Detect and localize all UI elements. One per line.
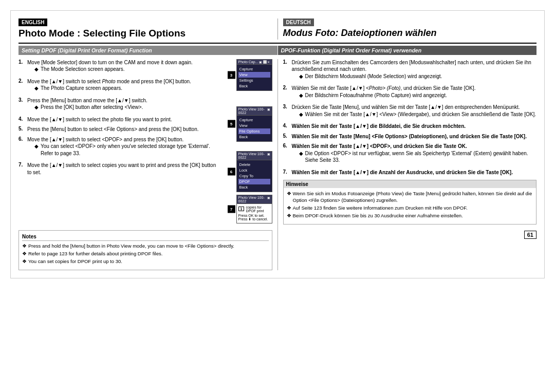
title-en: Photo Mode : Selecting File Options xyxy=(18,28,272,40)
ss5-header: Photo View 100-0022 ▣ xyxy=(237,107,272,116)
step-6-text: Move the [▲/▼] switch to select <DPOF> a… xyxy=(27,136,221,159)
notes-title: Notes xyxy=(22,234,269,241)
notes-item-1: ❖ Press and hold the [Menu] button in Ph… xyxy=(22,243,269,249)
ss7-ok-label: Press OK to set. xyxy=(238,214,270,217)
ss7-copies-label: copies for DPOF print xyxy=(246,206,270,213)
content-left: 1. Move [Mode Selector] down to turn on … xyxy=(18,59,278,270)
step-3-de: 3. Drücken Sie die Taste [Menu], und wäh… xyxy=(283,104,537,120)
ss6-item-lock: Lock xyxy=(238,167,270,173)
header-right: DEUTSCH Modus Foto: Dateioptionen wählen xyxy=(278,18,537,40)
subheader-en: Setting DPOF (Digital Print Order Format… xyxy=(18,46,278,55)
step-6-de-bullet: ◆ Die Option <DPOF> ist nur verfügbar, w… xyxy=(299,150,537,164)
step-1-bullet: ◆ The Mode Selection screen appears. xyxy=(34,66,221,73)
step-3-text: Press the [Menu] button and move the [▲/… xyxy=(27,97,221,113)
step-3-de-bullet: ◆ Wählen Sie mit der Taste [▲/▼] <View> … xyxy=(299,111,537,118)
hinweise-box: Hinweise ❖ Wenn Sie sich im Modus Fotoan… xyxy=(283,180,537,224)
step-2-de-bullet: ◆ Der Bildschirm Fotoaufnahme (Photo Cap… xyxy=(299,92,537,99)
step-7-de-text: Wählen Sie mit der Taste [▲/▼] die Anzah… xyxy=(292,169,537,176)
left-content-wrapper: 1. Move [Mode Selector] down to turn on … xyxy=(18,59,272,226)
step-7-num: 7. xyxy=(18,162,26,167)
step-7-de: 7. Wählen Sie mit der Taste [▲/▼] die An… xyxy=(283,169,537,176)
ss3-item-back: Back xyxy=(238,83,270,89)
step-6-de: 6. Wählen Sie mit der Taste [▲/▼] <DPOF>… xyxy=(283,143,537,166)
step-2-num: 2. xyxy=(18,78,26,84)
step-4-de: 4. Wählen Sie mit der Taste [▲/▼] die Bi… xyxy=(283,123,537,130)
ss5-item-view: View xyxy=(238,123,270,128)
content-row: 1. Move [Mode Selector] down to turn on … xyxy=(18,59,536,270)
notes-box: Notes ❖ Press and hold the [Menu] button… xyxy=(18,230,272,270)
step-5-de-num: 5. xyxy=(283,133,290,139)
ss5-item-capture: Capture xyxy=(238,117,270,123)
ss5-body: Capture View File Options Back xyxy=(237,116,272,141)
step-5-num: 5. xyxy=(18,126,26,132)
screenshot-5: 5 Photo View 100-0022 ▣ Capture View Fil… xyxy=(236,106,272,142)
ss7-label: 7 xyxy=(228,205,235,213)
page-num-container: 61 xyxy=(283,227,537,239)
hinweise-item-3: ❖ Beim DPOF-Druck können Sie bis zu 30 A… xyxy=(287,213,533,219)
header-left: ENGLISH Photo Mode : Selecting File Opti… xyxy=(18,18,278,40)
ss3-label: 3 xyxy=(228,71,235,79)
ss6-label: 6 xyxy=(228,167,235,175)
screenshot-3: 3 Photo Cap... ▣ ⬜ ✕ Capture View Settin… xyxy=(236,59,272,91)
step-2-text: Move the [▲/▼] switch to select Photo mo… xyxy=(27,78,221,94)
hinweise-item-1: ❖ Wenn Sie sich im Modus Fotoanzeige (Ph… xyxy=(287,191,533,203)
title-de: Modus Foto: Dateioptionen wählen xyxy=(283,28,537,39)
ss6-header: Photo View 100-0022 ▣ xyxy=(237,152,272,160)
step-2-en: 2. Move the [▲/▼] switch to select Photo… xyxy=(18,78,221,94)
ss6-item-copyto: Copy To xyxy=(238,173,270,179)
step-4-en: 4. Move the [▲/▼] switch to select the p… xyxy=(18,116,221,123)
step-5-text: Press the [Menu] button to select <File … xyxy=(27,126,221,133)
step-1-de-text: Drücken Sie zum Einschalten des Camcorde… xyxy=(292,59,537,82)
hinweise-item-2: ❖ Auf Seite 123 finden Sie weitere Infor… xyxy=(287,205,533,211)
step-4-de-num: 4. xyxy=(283,123,290,128)
step-6-de-text: Wählen Sie mit der Taste [▲/▼] <DPOF>, u… xyxy=(292,143,537,166)
screenshot-6: 6 Photo View 100-0022 ▣ Delete Lock Copy… xyxy=(236,151,272,192)
ss3-item-view: View xyxy=(238,72,270,78)
hinweise-title: Hinweise xyxy=(284,180,536,188)
step-1-text: Move [Mode Selector] down to turn on the… xyxy=(27,59,221,75)
screenshots-column: 3 Photo Cap... ▣ ⬜ ✕ Capture View Settin… xyxy=(226,59,272,226)
step-2-de: 2. Wählen Sie mit der Taste [▲/▼] <Photo… xyxy=(283,85,537,101)
step-4-de-text: Wählen Sie mit der Taste [▲/▼] die Bildd… xyxy=(292,123,537,130)
step-1-num: 1. xyxy=(18,59,26,65)
ss6-item-delete: Delete xyxy=(238,162,270,167)
notes-item-2: ❖ Refer to page 123 for further details … xyxy=(22,251,269,257)
step-3-bullet: ◆ Press the [OK] button after selecting … xyxy=(34,104,221,111)
step-2-bullet: ◆ The Photo Capture screen appears. xyxy=(34,85,221,92)
ss6-body: Delete Lock Copy To DPOF Back xyxy=(237,160,272,192)
step-6-de-num: 6. xyxy=(283,143,290,148)
step-3-en: 3. Press the [Menu] button and move the … xyxy=(18,97,221,113)
step-3-de-text: Drücken Sie die Taste [Menu], und wählen… xyxy=(292,104,537,120)
english-badge: ENGLISH xyxy=(18,18,47,26)
ss7-body: 1 copies for DPOF print Press OK to set.… xyxy=(237,204,272,223)
page-container: ENGLISH Photo Mode : Selecting File Opti… xyxy=(10,10,545,278)
step-7-de-num: 7. xyxy=(283,169,290,175)
step-1-en: 1. Move [Mode Selector] down to turn on … xyxy=(18,59,221,75)
page-number: 61 xyxy=(524,231,536,239)
step-1-de-num: 1. xyxy=(283,59,290,65)
step-2-de-text: Wählen Sie mit der Taste [▲/▼] <Photo> (… xyxy=(292,85,537,101)
ss7-cancel-label: Press ⬇ to cancel. xyxy=(238,217,270,221)
ss3-item-capture: Capture xyxy=(238,66,270,72)
ss6-item-back: Back xyxy=(238,184,270,190)
deutsch-badge: DEUTSCH xyxy=(283,18,314,26)
ss6-item-dpof: DPOF xyxy=(238,179,270,184)
ss3-body: Capture View Settings Back xyxy=(237,65,272,90)
step-4-num: 4. xyxy=(18,116,26,122)
step-5-en: 5. Press the [Menu] button to select <Fi… xyxy=(18,126,221,133)
ss3-header: Photo Cap... ▣ ⬜ ✕ xyxy=(237,60,272,65)
ss7-copies-value: 1 xyxy=(238,207,245,211)
step-7-text: Move the [▲/▼] switch to select copies y… xyxy=(27,162,221,176)
screenshot-7: 7 Photo View 100-0022 ▣ 1 copies for DPO… xyxy=(236,195,272,223)
step-3-de-num: 3. xyxy=(283,104,290,109)
step-1-de: 1. Drücken Sie zum Einschalten des Camco… xyxy=(283,59,537,82)
notes-item-3: ❖ You can set copies for DPOF print up t… xyxy=(22,258,269,265)
step-1-de-bullet: ◆ Der Bildschirm Moduswahl (Mode Selecti… xyxy=(299,73,537,80)
steps-en: 1. Move [Mode Selector] down to turn on … xyxy=(18,59,221,226)
step-5-de-text: Wählen Sie mit der Taste [Menu] <File Op… xyxy=(292,133,537,140)
ss5-item-back: Back xyxy=(238,134,270,140)
step-6-bullet: ◆ You can select <DPOF> only when you've… xyxy=(34,143,221,157)
step-6-en: 6. Move the [▲/▼] switch to select <DPOF… xyxy=(18,136,221,159)
subheader-row: Setting DPOF (Digital Print Order Format… xyxy=(18,46,536,55)
content-right: 1. Drücken Sie zum Einschalten des Camco… xyxy=(278,59,537,270)
